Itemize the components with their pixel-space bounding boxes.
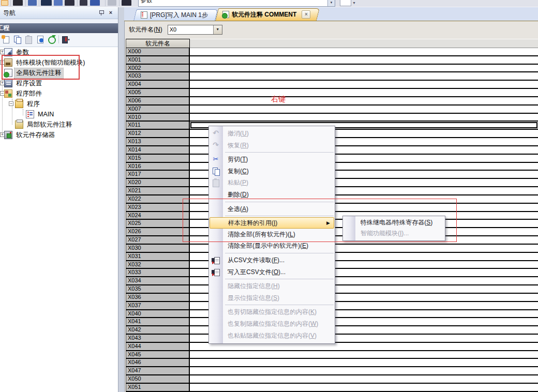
device-name-cell[interactable]: X016 <box>126 163 190 171</box>
device-name-cell[interactable]: X044 <box>126 343 190 351</box>
device-name-cell[interactable]: X003 <box>126 72 190 81</box>
tree-item-special-module[interactable]: +特殊模块(智能功能模块) <box>0 57 118 68</box>
menu-item[interactable]: 写入至CSV文件(O)... <box>209 266 335 278</box>
device-name-cell[interactable]: X005 <box>126 89 190 97</box>
nav-refresh-icon[interactable] <box>47 35 56 44</box>
toolbar-button-icon[interactable] <box>80 0 87 6</box>
device-name-cell[interactable]: X022 <box>126 195 190 204</box>
menu-item[interactable]: 全选(A) <box>209 203 335 215</box>
comment-cell[interactable] <box>190 72 538 81</box>
device-name-cell[interactable]: X043 <box>126 335 190 343</box>
comment-cell[interactable] <box>190 359 538 367</box>
device-name-cell[interactable]: X041 <box>126 318 190 326</box>
toolbar-button-icon[interactable] <box>54 0 63 6</box>
device-name-cell[interactable]: X010 <box>126 114 190 122</box>
tab-close-icon[interactable]: × <box>302 10 310 19</box>
comment-cell[interactable] <box>190 56 538 65</box>
toolbar-button-icon[interactable] <box>122 0 131 6</box>
tree-item-program-folder[interactable]: −程序 <box>0 99 118 109</box>
menu-item[interactable]: 剪切(T)✂ <box>209 154 335 165</box>
chevron-down-icon[interactable]: ▼ <box>213 25 222 34</box>
device-name-cell[interactable]: X021 <box>126 187 190 195</box>
menu-item[interactable]: 也复制隐藏位指定信息的内容(W) <box>209 318 335 330</box>
toolbar-button-icon[interactable] <box>90 0 100 6</box>
comment-cell[interactable] <box>190 367 538 375</box>
toolbar-button-icon[interactable] <box>340 0 351 6</box>
device-name-cell[interactable]: X011 <box>126 122 190 130</box>
comment-cell[interactable] <box>190 48 538 56</box>
device-name-cell[interactable]: X032 <box>126 261 190 269</box>
toolbar-button-icon[interactable] <box>13 0 23 6</box>
menu-item[interactable]: 删除(D) <box>209 189 335 201</box>
device-name-cell[interactable]: X026 <box>126 228 190 236</box>
device-name-cell[interactable]: X024 <box>126 212 190 220</box>
nav-property-icon[interactable] <box>36 35 45 44</box>
submenu-item[interactable]: 特殊继电器/特殊寄存器(S) <box>343 217 445 228</box>
nav-new-icon[interactable] <box>2 35 11 44</box>
menu-item[interactable]: 隐藏位指定信息(H) <box>209 280 335 292</box>
device-name-combobox[interactable]: X0 ▼ <box>168 25 222 35</box>
comment-cell[interactable] <box>190 81 538 89</box>
tab-device-comment[interactable]: 软元件注释 COMMENT× <box>215 8 317 21</box>
menu-item[interactable]: 清除全部(所有软元件)(L) <box>209 229 335 240</box>
device-name-cell[interactable]: X027 <box>126 236 190 245</box>
device-name-cell[interactable]: X007 <box>126 105 190 114</box>
toolbar-button-icon[interactable] <box>1 0 8 6</box>
toolbar-button-icon[interactable] <box>41 0 52 6</box>
nav-copy-icon[interactable] <box>13 35 22 44</box>
menu-item[interactable]: 撤消(U)↶ <box>209 128 335 140</box>
tree-item-global-comment[interactable]: 全局软元件注释 <box>0 68 118 78</box>
device-name-cell[interactable]: X051 <box>126 384 190 392</box>
menu-item[interactable]: 也剪切隐藏位指定信息的内容(K) <box>209 306 335 318</box>
nav-paste-icon[interactable] <box>24 35 34 44</box>
comment-cell[interactable] <box>190 114 538 122</box>
device-name-cell[interactable]: X047 <box>126 367 190 375</box>
tree-item-program-parts[interactable]: −程序部件 <box>0 88 118 99</box>
device-name-cell[interactable]: X050 <box>126 375 190 384</box>
comment-cell[interactable] <box>190 89 538 97</box>
device-name-cell[interactable]: X004 <box>126 81 190 89</box>
pin-icon[interactable] <box>98 9 104 16</box>
device-name-cell[interactable]: X042 <box>126 326 190 335</box>
chevron-down-icon[interactable]: ▼ <box>352 1 356 5</box>
device-name-cell[interactable]: X006 <box>126 97 190 105</box>
device-name-cell[interactable]: X020 <box>126 179 190 187</box>
device-name-cell[interactable]: X015 <box>126 155 190 163</box>
device-name-cell[interactable]: X037 <box>126 302 190 310</box>
tree-item-device-memory[interactable]: +软元件存储器 <box>0 130 118 140</box>
device-name-cell[interactable]: X012 <box>126 130 190 138</box>
menu-item[interactable]: 样本注释的引用(I)▶ <box>210 217 334 229</box>
menu-item[interactable]: 从CSV文件读取(F)... <box>209 254 335 266</box>
device-name-cell[interactable]: X013 <box>126 138 190 146</box>
device-name-cell[interactable]: X040 <box>126 310 190 319</box>
device-name-cell[interactable]: X014 <box>126 146 190 155</box>
menu-item[interactable]: 恢复(R)↷ <box>209 140 335 152</box>
comment-cell[interactable] <box>190 343 538 351</box>
close-icon[interactable]: × <box>107 9 114 16</box>
device-name-cell[interactable]: X031 <box>126 253 190 261</box>
device-name-cell[interactable]: X036 <box>126 294 190 302</box>
device-name-cell[interactable]: X000 <box>126 48 190 56</box>
device-name-cell[interactable]: X017 <box>126 171 190 179</box>
device-name-cell[interactable]: X002 <box>126 65 190 73</box>
tree-item-parameter[interactable]: +参数 <box>0 47 118 57</box>
submenu-item[interactable]: 智能功能模块(I)... <box>343 228 445 239</box>
comment-cell[interactable] <box>190 105 538 114</box>
nav-sort-icon[interactable]: ▼ <box>61 35 70 44</box>
menu-item[interactable]: 显示位指定信息(S) <box>209 292 335 304</box>
collapse-icon[interactable]: − <box>9 101 13 106</box>
menu-item[interactable]: 复制(C) <box>209 165 335 177</box>
comment-cell[interactable] <box>190 384 538 392</box>
tab-program-main[interactable]: [PRG]写入 MAIN 1步 <box>133 9 215 21</box>
tree-item-program-setting[interactable]: +程序设置 <box>0 78 118 88</box>
comment-cell[interactable] <box>190 65 538 73</box>
device-name-cell[interactable]: X001 <box>126 56 190 65</box>
device-name-cell[interactable]: X023 <box>126 204 190 212</box>
device-name-cell[interactable]: X046 <box>126 359 190 367</box>
menu-item[interactable]: 粘贴(P) <box>209 177 335 189</box>
tree-item-main-document[interactable]: MAIN <box>0 109 118 119</box>
toolbar-button-icon[interactable] <box>28 0 37 6</box>
device-name-cell[interactable]: X025 <box>126 220 190 228</box>
toolbar-button-icon[interactable] <box>65 0 74 6</box>
menu-item[interactable]: 清除全部(显示中的软元件)(E) <box>209 240 335 252</box>
